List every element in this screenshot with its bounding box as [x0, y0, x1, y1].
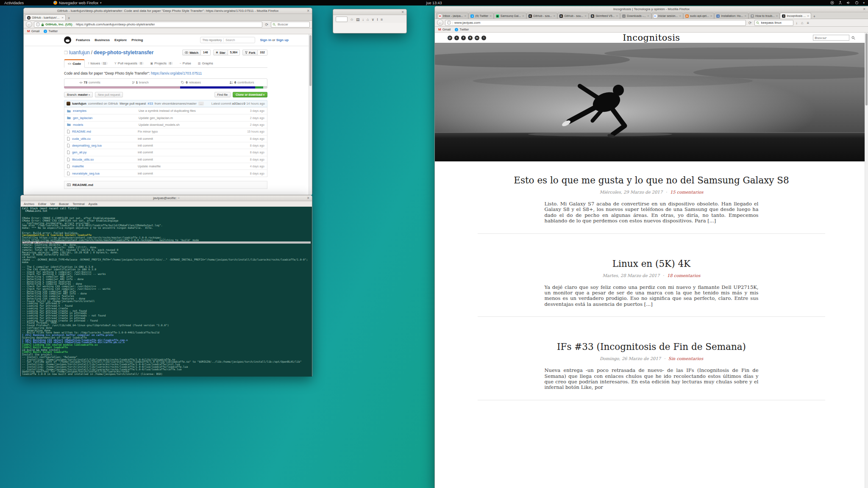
browser-tab[interactable]: A sudo apt-get... ×: [683, 13, 714, 19]
terminal-menu-item[interactable]: Archivo: [24, 202, 34, 206]
browser-tab[interactable]: ▣ Samsung Gal... ×: [494, 13, 526, 19]
back-button[interactable]: ←: [26, 21, 32, 28]
repo-name-link[interactable]: deep-photo-styletransfer: [94, 50, 153, 55]
tab-close-icon[interactable]: ×: [679, 14, 681, 18]
sidebar-icon[interactable]: I: [377, 17, 378, 22]
social-icon[interactable]: f: [461, 36, 466, 40]
scrollbar-thumb[interactable]: [309, 35, 312, 86]
file-name-link[interactable]: cuda_utils.cu: [72, 137, 136, 141]
star-icon[interactable]: ☆: [350, 17, 353, 22]
browser-tab[interactable]: ? How to troub... ×: [748, 13, 780, 19]
social-icon[interactable]: @: [448, 36, 452, 40]
url-bar[interactable]: i GitHub, Inc. (US) | https://github.com…: [34, 22, 262, 28]
tab-github[interactable]: G GitHub - luanfujun/de... ×: [25, 14, 66, 20]
tab-close-icon[interactable]: ×: [61, 16, 64, 19]
url-bar[interactable]: i | www.javipas.com: [445, 20, 746, 26]
file-row[interactable]: gen_laplacian Update gen_laplacian.m 2 d…: [64, 114, 267, 121]
commit-author[interactable]: luanfujun: [72, 102, 86, 105]
contributors-stat[interactable]: 6contributors: [217, 79, 267, 86]
commit-ellipsis[interactable]: …: [198, 102, 204, 105]
repo-tab[interactable]: ~ Pulse: [176, 59, 195, 67]
activities-button[interactable]: Actividades: [4, 1, 24, 5]
file-row[interactable]: neuralstyle_seg.lua init commit 8 days a…: [64, 169, 267, 176]
commit-message-link[interactable]: init commit: [138, 144, 248, 147]
file-row[interactable]: cuda_utils.cu init commit 8 days ago: [64, 135, 267, 142]
new-pull-request-button[interactable]: New pull request: [95, 92, 123, 97]
github-nav-link[interactable]: Explore: [114, 38, 127, 42]
scrollbar[interactable]: [865, 33, 868, 488]
browser-tab[interactable]: M Inbox - javipa... ×: [436, 13, 468, 19]
bookmark-twitter[interactable]: tTwitter: [44, 29, 58, 33]
github-search-box[interactable]: This repository Search: [200, 37, 255, 43]
fragment-titlebar[interactable]: ×: [333, 9, 406, 15]
info-icon[interactable]: i: [36, 22, 40, 26]
watch-button[interactable]: Watch: [182, 50, 201, 55]
info-icon[interactable]: i: [447, 21, 451, 25]
close-icon[interactable]: ×: [307, 196, 309, 200]
close-icon[interactable]: ×: [863, 7, 865, 11]
download-icon[interactable]: ↓: [795, 21, 799, 25]
file-name-link[interactable]: models: [73, 123, 136, 127]
bookmark-gmail[interactable]: MGmail: [27, 29, 39, 33]
language-bar[interactable]: [64, 86, 267, 89]
file-row[interactable]: deepmatting_seg.lua init commit 8 days a…: [64, 142, 267, 149]
reload-icon[interactable]: ⟳: [748, 21, 753, 25]
reload-icon[interactable]: ⟳: [264, 22, 269, 27]
url-text[interactable]: https://github.com/luanfujun/deep-photo-…: [76, 22, 155, 26]
commits-stat[interactable]: 73commits: [64, 79, 115, 86]
tab-close-icon[interactable]: ×: [745, 14, 747, 18]
arxiv-link[interactable]: https://arxiv.org/abs/1703.07511: [151, 71, 202, 75]
github-logo-icon[interactable]: [64, 36, 71, 44]
social-icon[interactable]: t: [454, 36, 459, 40]
home-icon[interactable]: ⌂: [800, 21, 804, 25]
sign-in-link[interactable]: Sign in: [260, 38, 271, 42]
repo-tab[interactable]: ! Issues 11: [85, 59, 111, 67]
commit-message-link[interactable]: init commit: [138, 158, 248, 161]
file-name-link[interactable]: gen_all.py: [72, 150, 136, 154]
terminal-output[interactable]: Call Stack (most recent call first): CMa…: [21, 207, 312, 377]
tab-close-icon[interactable]: ×: [490, 14, 492, 18]
post-title[interactable]: Esto es lo que me gusta y lo que no del …: [469, 175, 834, 186]
file-row[interactable]: makefile Update makefile 4 days ago: [64, 163, 267, 169]
close-icon[interactable]: ×: [401, 10, 404, 14]
back-button[interactable]: ←: [437, 19, 443, 26]
commit-message-link[interactable]: Update gen_laplacian.m: [139, 116, 248, 120]
search-box[interactable]: [754, 20, 793, 26]
terminal-menu-item[interactable]: Ayuda: [89, 202, 97, 206]
github-window-titlebar[interactable]: GitHub - luanfujun/deep-photo-styletrans…: [24, 8, 312, 14]
clone-or-download-button[interactable]: Clone or download ▾: [233, 92, 267, 97]
search-icon[interactable]: [851, 36, 855, 40]
releases-stat[interactable]: 0releases: [166, 79, 217, 86]
scrollbar-thumb[interactable]: [865, 33, 868, 105]
cert-owner[interactable]: GitHub, Inc. (US): [45, 22, 72, 26]
file-row[interactable]: gen_all.py init commit 8 days ago: [64, 149, 267, 155]
commit-message-link[interactable]: init commit: [138, 172, 248, 175]
commit-message-link[interactable]: Use a symlink instead of duplicating fil…: [139, 109, 248, 113]
file-row[interactable]: examples Use a symlink instead of duplic…: [64, 107, 267, 114]
site-logo[interactable]: Incognitosis: [623, 33, 680, 43]
repo-tab[interactable]: ▥ Graphs: [195, 59, 217, 67]
browser-tab[interactable]: G GitHub - sza... ×: [526, 13, 557, 19]
search-input[interactable]: [760, 20, 792, 25]
tab-close-icon[interactable]: ×: [584, 14, 587, 18]
github-nav-link[interactable]: Business: [95, 38, 110, 42]
pr-link[interactable]: #33: [147, 102, 153, 105]
watch-count[interactable]: 146: [201, 50, 211, 55]
browser-tab[interactable]: t (9) Twitter ×: [468, 13, 494, 19]
commit-message-link[interactable]: Update download_models.sh: [139, 123, 248, 127]
commit-message-link[interactable]: init commit: [138, 137, 248, 141]
commit-message-link[interactable]: Fix minor typo: [138, 130, 245, 133]
browser-tab[interactable]: I Incognitosis ... ×: [780, 13, 811, 19]
menu-icon[interactable]: ≡: [806, 21, 810, 25]
tab-close-icon[interactable]: ×: [710, 14, 712, 18]
close-icon[interactable]: ×: [307, 8, 309, 13]
file-name-link[interactable]: deepmatting_seg.lua: [72, 144, 136, 147]
url-text[interactable]: www.javipas.com: [454, 21, 480, 25]
star-count[interactable]: 5,984: [228, 50, 240, 55]
download-icon[interactable]: ↓: [362, 17, 364, 22]
browser-tab[interactable]: i Installation: Ho... ×: [714, 13, 748, 19]
post-comments-link[interactable]: 15 comentarios: [670, 190, 703, 194]
tab-close-icon[interactable]: ×: [616, 14, 618, 18]
browser-tab[interactable]: G Iniciar sesión... ×: [651, 13, 683, 19]
pocket-icon[interactable]: ∨: [372, 17, 375, 22]
